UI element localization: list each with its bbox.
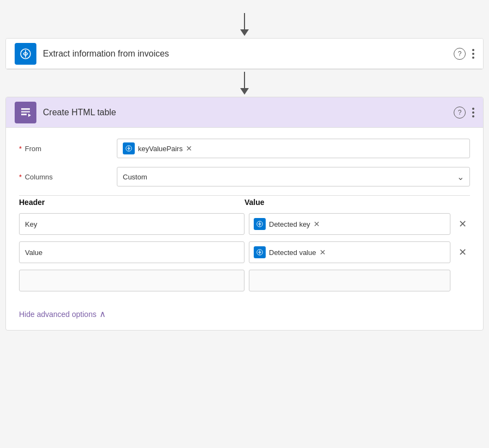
extract-card-title: Extract information from invoices — [43, 49, 454, 59]
row1-delete-button[interactable]: ✕ — [455, 216, 470, 232]
row1-val-remove[interactable]: ✕ — [314, 220, 320, 228]
create-html-more-button[interactable] — [472, 108, 474, 117]
extract-card-icon — [15, 43, 36, 65]
from-label: * From — [19, 145, 117, 153]
columns-header: Header Value — [19, 198, 470, 209]
hide-advanced-label: Hide advanced options — [19, 310, 96, 319]
create-html-card-body: * From keyValuePairs — [6, 128, 483, 330]
columns-label: * Columns — [19, 173, 117, 181]
from-token: keyValuePairs ✕ — [123, 142, 192, 154]
hide-advanced-button[interactable]: Hide advanced options ∧ — [19, 302, 470, 319]
extract-card-actions: ? — [454, 48, 474, 60]
from-input[interactable]: keyValuePairs ✕ — [117, 139, 470, 158]
value-col-label: Value — [244, 198, 265, 207]
chevron-up-icon: ∧ — [99, 309, 106, 319]
table-row: Key Detected key ✕ — [19, 213, 470, 235]
columns-row: * Columns Custom ⌄ — [19, 167, 470, 186]
row2-val-remove[interactable]: ✕ — [319, 248, 326, 256]
svg-rect-2 — [21, 108, 30, 110]
from-row: * From keyValuePairs — [19, 139, 470, 158]
row1-val-cell[interactable]: Detected key ✕ — [249, 213, 450, 235]
create-html-card-header: Create HTML table ? — [6, 97, 483, 128]
chevron-down-icon: ⌄ — [457, 172, 464, 182]
columns-select-value: Custom — [123, 173, 147, 181]
row1-key-cell[interactable]: Key — [19, 213, 244, 235]
token-icon — [123, 142, 135, 154]
row2-key-text: Value — [25, 248, 42, 257]
extract-card-header: Extract information from invoices ? — [6, 39, 483, 69]
row3-val-cell[interactable] — [249, 270, 450, 291]
create-html-card: Create HTML table ? * From — [5, 97, 484, 331]
create-html-card-title: Create HTML table — [43, 108, 454, 117]
create-html-help-button[interactable]: ? — [454, 107, 466, 119]
columns-select[interactable]: Custom ⌄ — [117, 167, 470, 186]
row2-val-text: Detected value — [269, 248, 316, 257]
from-token-remove[interactable]: ✕ — [186, 145, 192, 152]
columns-section: Header Value Key — [19, 198, 470, 291]
table-row: Value Detected value ✕ — [19, 241, 470, 263]
flow-container: Extract information from invoices ? — [5, 5, 484, 331]
row2-val-token-icon — [254, 246, 266, 258]
create-html-card-icon — [15, 102, 36, 123]
row2-key-cell[interactable]: Value — [19, 241, 244, 263]
extract-more-button[interactable] — [472, 49, 474, 59]
divider — [19, 195, 470, 196]
extract-help-button[interactable]: ? — [454, 48, 466, 60]
row3-key-cell[interactable] — [19, 270, 244, 291]
create-html-card-actions: ? — [454, 107, 474, 119]
svg-marker-5 — [28, 114, 31, 117]
extract-card: Extract information from invoices ? — [5, 38, 484, 70]
row1-key-text: Key — [25, 220, 37, 228]
row2-val-cell[interactable]: Detected value ✕ — [249, 241, 450, 263]
svg-rect-4 — [21, 114, 27, 115]
table-row: ✕ — [19, 270, 470, 291]
header-col-label: Header — [19, 198, 244, 207]
svg-rect-3 — [21, 111, 30, 113]
row1-val-text: Detected key — [269, 220, 310, 228]
arrow-connector-2 — [240, 72, 249, 95]
row1-val-token-icon — [254, 218, 266, 230]
row2-delete-button[interactable]: ✕ — [455, 245, 470, 260]
arrow-connector-1 — [240, 13, 249, 36]
from-token-text: keyValuePairs — [138, 145, 183, 153]
